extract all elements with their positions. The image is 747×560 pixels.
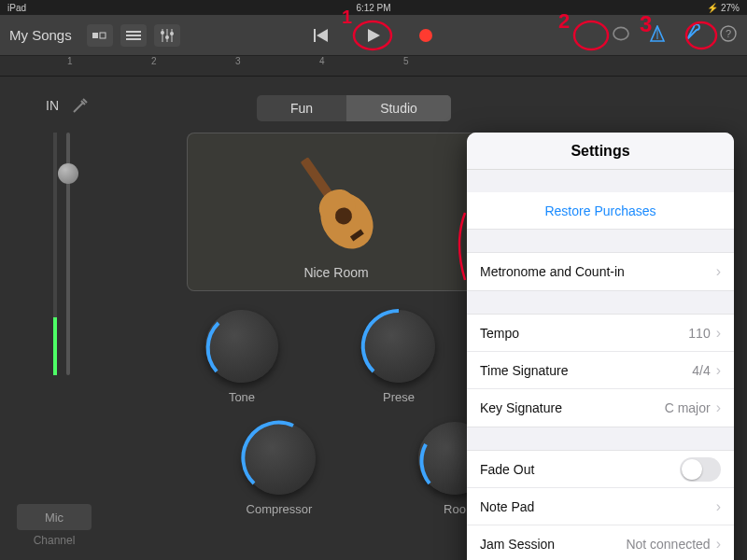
- seg-fun[interactable]: Fun: [257, 95, 346, 121]
- svg-marker-12: [317, 29, 328, 42]
- status-time: 6:12 PM: [194, 3, 553, 13]
- track-view-toggle-1[interactable]: [87, 24, 113, 47]
- back-button[interactable]: My Songs: [9, 27, 72, 43]
- key-sig-label: Key Signature: [480, 400, 562, 415]
- svg-point-6: [161, 31, 164, 35]
- tempo-value: 110: [688, 326, 710, 341]
- row-jam-session[interactable]: Jam Session Not connected ›: [467, 525, 734, 560]
- chevron-icon: ›: [716, 263, 721, 280]
- tempo-label: Tempo: [480, 326, 519, 341]
- row-time-signature[interactable]: Time Signature 4/4 ›: [467, 352, 734, 389]
- chevron-icon: ›: [716, 536, 721, 553]
- play-button[interactable]: [359, 24, 388, 47]
- level-meter: [53, 133, 57, 375]
- tone-knob[interactable]: [205, 310, 278, 383]
- rewind-button[interactable]: [307, 24, 335, 47]
- input-slider[interactable]: [66, 133, 70, 375]
- chevron-icon: ›: [716, 399, 721, 416]
- timeline-ruler[interactable]: 1 2 3 4 5: [0, 56, 747, 77]
- row-fade-out[interactable]: Fade Out: [467, 451, 734, 488]
- room-card[interactable]: Nice Room: [187, 133, 486, 291]
- mic-channel: Mic Channel: [17, 504, 92, 547]
- svg-rect-2: [126, 31, 141, 33]
- jam-label: Jam Session: [480, 537, 555, 552]
- svg-text:?: ?: [726, 28, 731, 39]
- view-segmented-control[interactable]: Fun Studio: [257, 95, 451, 121]
- metronome-label: Metronome and Count-in: [480, 264, 625, 279]
- svg-point-10: [170, 32, 174, 35]
- chevron-icon: ›: [716, 498, 721, 515]
- loop-button[interactable]: [611, 26, 631, 45]
- svg-rect-4: [126, 38, 141, 40]
- row-key-signature[interactable]: Key Signature C major ›: [467, 389, 734, 427]
- fade-out-label: Fade Out: [480, 462, 534, 477]
- row-metronome[interactable]: Metronome and Count-in ›: [467, 253, 734, 290]
- guitar-icon: [277, 141, 395, 270]
- row-tempo[interactable]: Tempo 110 ›: [467, 315, 734, 352]
- record-button[interactable]: [412, 24, 440, 47]
- chevron-icon: ›: [716, 362, 721, 379]
- row-note-pad[interactable]: Note Pad ›: [467, 488, 734, 525]
- chevron-icon: ›: [716, 325, 721, 342]
- fade-out-toggle[interactable]: [680, 457, 721, 482]
- time-sig-label: Time Signature: [480, 363, 568, 378]
- presence-label: Prese: [383, 390, 415, 404]
- svg-point-14: [419, 29, 432, 42]
- svg-rect-0: [92, 33, 98, 38]
- seg-studio[interactable]: Studio: [346, 95, 451, 121]
- popover-title: Settings: [467, 133, 734, 170]
- tone-label: Tone: [229, 390, 255, 404]
- presence-knob[interactable]: [362, 310, 435, 383]
- svg-rect-1: [100, 33, 106, 38]
- workspace: IN Mic Channel Fun Studio Nice Room: [0, 77, 747, 560]
- slider-thumb[interactable]: [58, 163, 78, 184]
- svg-rect-3: [126, 35, 141, 36]
- plug-icon: [70, 95, 91, 116]
- time-sig-value: 4/4: [692, 363, 710, 378]
- status-bar: iPad 6:12 PM ⚡ 27%: [0, 0, 747, 15]
- svg-point-8: [165, 35, 169, 39]
- channel-label: Channel: [17, 534, 92, 547]
- room-knob-label: Roo: [444, 502, 466, 516]
- restore-purchases[interactable]: Restore Purchases: [467, 192, 734, 230]
- mic-button[interactable]: Mic: [17, 504, 92, 530]
- track-view-toggle-2[interactable]: [120, 24, 147, 47]
- help-icon[interactable]: ?: [719, 24, 738, 47]
- status-battery: ⚡ 27%: [553, 3, 740, 13]
- input-label: IN: [46, 98, 59, 113]
- input-panel: IN: [17, 95, 120, 375]
- battery-percent: 27%: [721, 3, 740, 13]
- room-name: Nice Room: [303, 265, 368, 280]
- mixer-button[interactable]: [154, 24, 180, 47]
- status-device: iPad: [7, 3, 194, 13]
- note-pad-label: Note Pad: [480, 499, 534, 514]
- settings-wrench-icon[interactable]: [684, 24, 702, 47]
- key-sig-value: C major: [665, 400, 711, 415]
- compressor-knob[interactable]: [243, 422, 316, 495]
- compressor-label: Compressor: [247, 502, 313, 516]
- settings-popover: Settings Restore Purchases Metronome and…: [467, 133, 734, 560]
- jam-value: Not connected: [626, 537, 710, 552]
- app-toolbar: My Songs ?: [0, 15, 747, 56]
- metronome-icon[interactable]: [648, 25, 667, 46]
- svg-marker-13: [368, 29, 380, 42]
